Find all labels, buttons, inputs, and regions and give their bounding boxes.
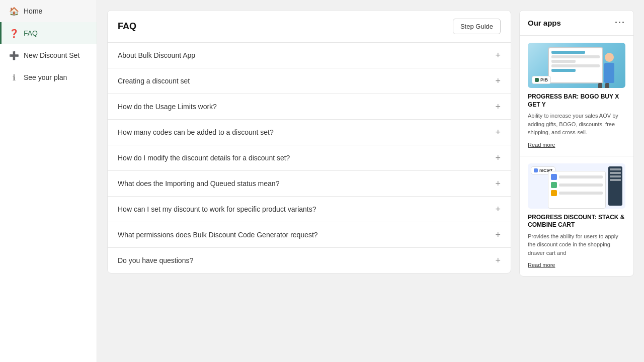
expand-icon-modify: + [495, 153, 501, 162]
faq-item-modify-details[interactable]: How do I modify the discount details for… [108, 145, 511, 171]
app-image-progress-bar: PIB [528, 43, 625, 88]
app-img-2-bg: mCart [528, 163, 625, 209]
info-icon: ℹ [10, 73, 19, 82]
sidebar-item-home[interactable]: 🏠 Home [0, 0, 97, 22]
screen-line-2 [551, 55, 600, 58]
figure-leg-left [598, 83, 602, 88]
expand-icon-questions: + [495, 256, 501, 265]
app-read-more-multi-discount[interactable]: Read more [528, 262, 555, 268]
faq-question-contact: Do you have questions? [118, 256, 193, 264]
faq-item-usage-limits[interactable]: How do the Usage Limits work? + [108, 94, 511, 120]
app-card-progress-bar: PIB PROGRESS BAR: BOGO BUY X GET Y Abili… [520, 36, 633, 156]
faq-question-importing: What does the Importing and Queued statu… [118, 179, 279, 188]
faq-item-creating[interactable]: Creating a discount set + [108, 68, 511, 94]
sidebar-item-faq-label: FAQ [24, 29, 38, 37]
app-img-1-screen [548, 47, 603, 83]
row-line-3 [559, 192, 603, 195]
faq-item-questions[interactable]: Do you have questions? + [108, 248, 511, 273]
row-icon-2 [551, 182, 557, 188]
sidebar-item-home-label: Home [24, 7, 42, 15]
faq-question-permissions: What permissions does Bulk Discount Code… [118, 231, 318, 239]
sidebar-item-new-discount-set[interactable]: ➕ New Discount Set [0, 44, 97, 66]
sidebar-item-see-your-plan[interactable]: ℹ See your plan [0, 66, 97, 88]
row-icon-1 [551, 174, 557, 180]
screen-row-2 [551, 182, 603, 188]
expand-icon-importing: + [495, 179, 501, 188]
faq-title: FAQ [118, 21, 136, 32]
expand-icon-codes: + [495, 128, 501, 137]
expand-icon-about: + [495, 51, 501, 60]
apps-menu-button[interactable]: ··· [615, 18, 625, 28]
app-figure [598, 53, 620, 88]
screen-line-5 [551, 69, 576, 72]
screen-row-3 [551, 190, 603, 196]
expand-icon-permissions: + [495, 230, 501, 239]
apps-title: Our apps [528, 19, 561, 27]
faq-item-about[interactable]: About Bulk Discount App + [108, 43, 511, 68]
faq-question-usage-limits: How do the Usage Limits work? [118, 103, 217, 111]
faq-question-codes-count: How many codes can be added to a discoun… [118, 128, 274, 136]
app-name-multi-discount: PROGRESS DISCOUNT: STACK & COMBINE CART [528, 214, 625, 229]
faq-panel: FAQ Step Guide About Bulk Discount App +… [107, 10, 511, 274]
app-sidebar-mini [608, 166, 622, 206]
app-img-1-bg: PIB [528, 43, 625, 88]
main-content: FAQ Step Guide About Bulk Discount App +… [97, 0, 644, 362]
figure-legs [598, 83, 620, 88]
app-img-2-screen [548, 171, 606, 209]
pib-dot [535, 78, 539, 82]
row-line-1 [559, 175, 603, 178]
mini-line-1 [610, 168, 621, 170]
app-name-progress-bar: PROGRESS BAR: BOGO BUY X GET Y [528, 93, 625, 109]
sidebar-item-new-discount-label: New Discount Set [24, 51, 79, 59]
app-desc-multi-discount: Provides the ability for users to apply … [528, 232, 625, 257]
screen-line-4 [551, 64, 600, 67]
faq-header: FAQ Step Guide [108, 11, 511, 43]
sidebar-item-see-plan-label: See your plan [24, 73, 67, 81]
screen-line-1 [551, 51, 585, 54]
sidebar: 🏠 Home ❓ FAQ ➕ New Discount Set ℹ See yo… [0, 0, 97, 362]
app-card-multi-discount: mCart [520, 156, 633, 277]
faq-question-creating: Creating a discount set [118, 77, 190, 85]
faq-question-modify: How do I modify the discount details for… [118, 154, 290, 162]
faq-item-codes-count[interactable]: How many codes can be added to a discoun… [108, 120, 511, 145]
expand-icon-creating: + [495, 76, 501, 85]
app-image-multi-discount: mCart [528, 163, 625, 209]
figure-head [605, 53, 614, 62]
pib-label: PIB [540, 77, 548, 82]
screen-line-3 [551, 60, 576, 63]
row-icon-3 [551, 190, 557, 196]
faq-question-variants: How can I set my discount to work for sp… [118, 205, 316, 213]
plus-icon: ➕ [10, 51, 19, 60]
apps-panel: Our apps ··· [519, 10, 634, 277]
app-read-more-progress-bar[interactable]: Read more [528, 142, 555, 148]
figure-body [604, 63, 614, 83]
faq-item-permissions[interactable]: What permissions does Bulk Discount Code… [108, 222, 511, 248]
pib-badge: PIB [532, 76, 551, 84]
mini-line-4 [610, 179, 621, 181]
apps-header: Our apps ··· [520, 11, 633, 36]
app-desc-progress-bar: Ability to increase your sales AOV by ad… [528, 112, 625, 137]
expand-icon-usage: + [495, 102, 501, 111]
faq-question-about: About Bulk Discount App [118, 51, 195, 59]
faq-item-product-variants[interactable]: How can I set my discount to work for sp… [108, 197, 511, 222]
mini-line-2 [610, 172, 621, 174]
expand-icon-variants: + [495, 205, 501, 214]
sidebar-item-faq[interactable]: ❓ FAQ [0, 22, 97, 44]
faq-icon: ❓ [10, 29, 19, 38]
row-line-2 [559, 184, 603, 187]
home-icon: 🏠 [10, 7, 19, 16]
mcart-dot [534, 168, 538, 172]
screen-row-1 [551, 174, 603, 180]
step-guide-button[interactable]: Step Guide [453, 19, 501, 34]
mini-line-3 [610, 175, 621, 177]
faq-item-importing[interactable]: What does the Importing and Queued statu… [108, 171, 511, 197]
figure-leg-right [605, 83, 609, 88]
